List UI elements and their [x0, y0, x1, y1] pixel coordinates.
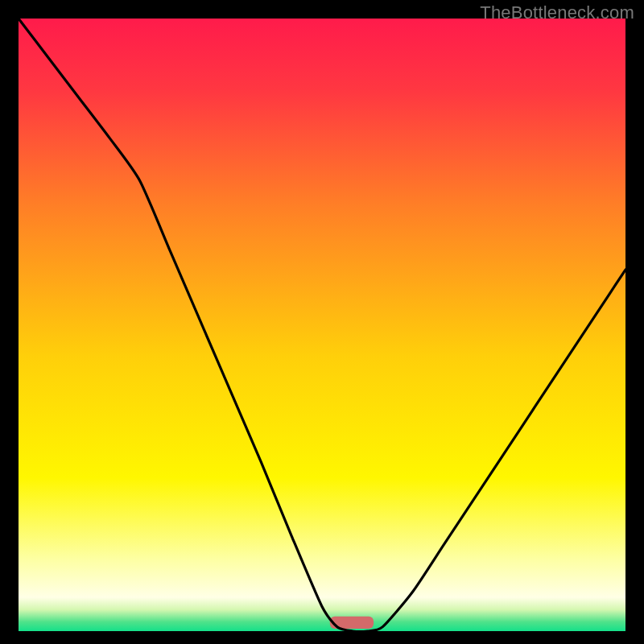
plot-area — [19, 19, 625, 631]
chart-svg — [19, 19, 625, 631]
attribution-watermark: TheBottleneck.com — [480, 2, 634, 23]
gradient-background — [19, 19, 625, 631]
chart-frame: TheBottleneck.com — [0, 0, 644, 644]
